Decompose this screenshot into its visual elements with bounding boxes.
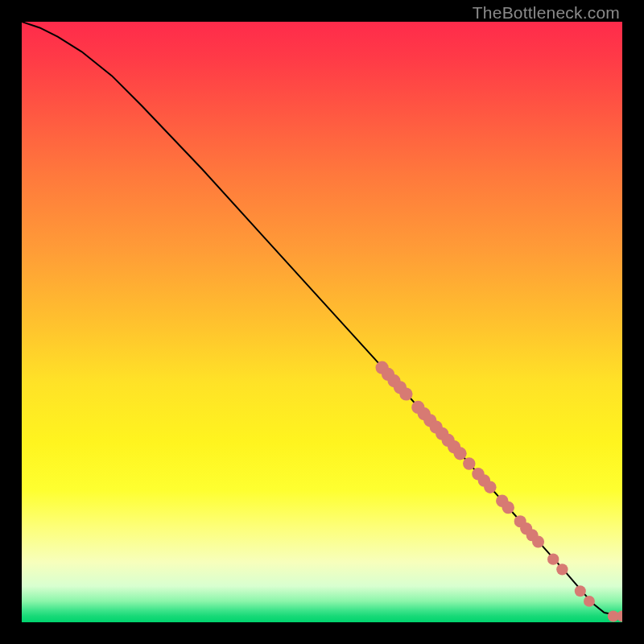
curve-line (22, 22, 622, 617)
data-point (547, 554, 559, 565)
data-point (502, 502, 514, 514)
data-point (532, 536, 544, 548)
data-point (463, 457, 475, 469)
watermark-text: TheBottleneck.com (473, 3, 620, 23)
plot-area (22, 22, 622, 622)
chart-svg (22, 22, 622, 622)
data-point (399, 387, 412, 400)
data-point (584, 596, 595, 607)
data-point (484, 481, 496, 493)
chart-stage: TheBottleneck.com (0, 0, 644, 644)
data-point (453, 447, 466, 460)
data-point (556, 564, 568, 575)
data-point (575, 585, 586, 597)
data-point (617, 611, 622, 622)
